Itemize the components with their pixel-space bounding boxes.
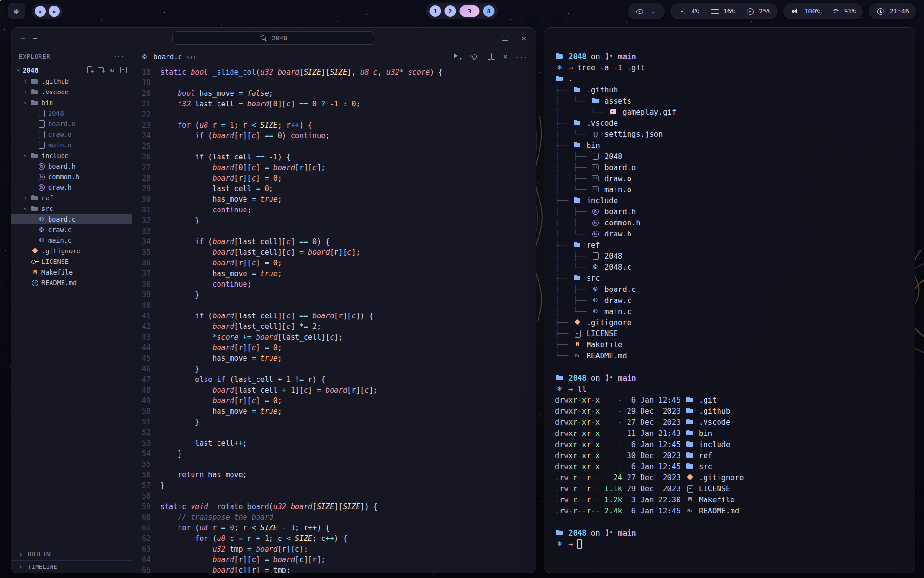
code-line: has_move = true; xyxy=(160,353,536,364)
command-center-search[interactable]: 2048 xyxy=(172,31,374,45)
tree-item-Makefile[interactable]: ›MMakefile xyxy=(11,267,132,277)
terminal-line: ❄ → tree -a -I .git xyxy=(555,62,903,73)
terminal-line: drwxr-xr-x - 27 Dec 2023 .vscode xyxy=(555,417,903,428)
skip-next-icon: » xyxy=(52,8,56,14)
code-line xyxy=(160,300,536,311)
audio-network-widget[interactable]: 100% 91% xyxy=(783,3,863,19)
code-line xyxy=(160,427,536,438)
more-actions-button[interactable]: ··· xyxy=(515,53,528,61)
editor-settings-button[interactable] xyxy=(469,52,478,62)
code-line: if (board[last_cell][c] == board[r][c]) … xyxy=(160,311,536,321)
clock-widget[interactable]: 21:46 xyxy=(869,3,916,19)
h-icon: h xyxy=(591,229,600,238)
workspace-2[interactable]: 2 xyxy=(445,5,456,17)
workspace-3-active[interactable]: 3 xyxy=(460,5,480,17)
code-line: } xyxy=(160,448,536,459)
close-icon: × xyxy=(521,34,526,43)
system-stats-widget[interactable]: 4% 16% 25% xyxy=(670,3,778,19)
line-number: 60 xyxy=(132,512,151,523)
line-number: 47 xyxy=(132,374,151,385)
file-permissions: drwxr-xr-x xyxy=(555,396,600,405)
media-next-button[interactable]: » xyxy=(49,6,60,17)
folder-dim-icon xyxy=(30,88,39,96)
collapse-all-button[interactable] xyxy=(119,66,127,75)
tree-item-ref[interactable]: ›ref xyxy=(11,193,132,203)
tree-item-label: draw.h xyxy=(47,184,72,191)
forward-button[interactable]: → xyxy=(33,34,37,42)
chevron-down-icon: › xyxy=(15,66,22,74)
code-line: return has_move; xyxy=(160,470,536,480)
project-root-row[interactable]: › 2048 ↻ xyxy=(11,64,132,76)
terminal-line: │ ├── 2048 xyxy=(555,250,903,262)
tree-item-.gitignore[interactable]: ›.gitignore xyxy=(11,246,132,256)
refresh-button[interactable]: ↻ xyxy=(108,66,116,75)
tree-item-main.c[interactable]: ›©main.c xyxy=(11,235,132,246)
code-line: continue; xyxy=(160,205,536,215)
tree-item-draw.c[interactable]: ›©draw.c xyxy=(11,224,132,235)
maximize-button[interactable] xyxy=(500,33,509,43)
code-editor[interactable]: 1819202122232425262728293031323334353637… xyxy=(132,66,536,573)
new-folder-button[interactable] xyxy=(97,66,105,75)
workspace-1[interactable]: 1 xyxy=(430,5,441,17)
close-tab-button[interactable]: × xyxy=(503,53,507,61)
workspace-8[interactable]: 8 xyxy=(483,5,495,17)
new-file-button[interactable] xyxy=(86,66,94,75)
chevron-down-icon: › xyxy=(22,205,29,212)
split-editor-button[interactable] xyxy=(486,52,495,62)
tree-item-main.o[interactable]: ›main.o xyxy=(11,140,132,150)
tree-item-draw.o[interactable]: ›draw.o xyxy=(11,129,132,140)
media-prev-button[interactable]: « xyxy=(35,6,46,17)
disk-usage: 25% xyxy=(759,7,770,15)
file-permissions: .rw-r--r-- xyxy=(555,496,600,504)
tree-item-common.h[interactable]: ›hcommon.h xyxy=(11,171,132,182)
tree-item-README.md[interactable]: ›iREADME.md xyxy=(11,277,132,288)
terminal-line: drwxr-xr-x - 6 Jan 12:45 src xyxy=(555,461,903,472)
h-icon: h xyxy=(37,162,46,171)
timeline-panel-header[interactable]: › TIMELINE xyxy=(11,560,132,573)
outline-panel-header[interactable]: › OUTLINE xyxy=(11,548,132,560)
terminal-window[interactable]: 2048 on main❄ → tree -a -I .git .├── .gi… xyxy=(544,27,915,573)
code-line: last_cell = 0; xyxy=(160,184,536,194)
file-icon xyxy=(591,251,600,260)
tree-item-2048[interactable]: ›2048 xyxy=(11,108,132,118)
folder-icon xyxy=(685,418,694,426)
line-number: 40 xyxy=(132,300,151,311)
line-number: 22 xyxy=(132,109,151,120)
tab-filename[interactable]: board.c xyxy=(154,53,182,61)
tree-item-board.o[interactable]: ›board.o xyxy=(11,118,132,129)
editor-titlebar[interactable]: ← → 2048 – × xyxy=(11,28,536,48)
tree-item-.github[interactable]: ›.github xyxy=(11,76,132,87)
code-line: static void _rotate_board(u32 board[SIZE… xyxy=(160,501,536,512)
explorer-menu-button[interactable]: ··· xyxy=(114,53,124,60)
search-value: 2048 xyxy=(272,34,288,42)
terminal-line: │ └── © 2048.c xyxy=(555,262,903,273)
weather-widget[interactable]: ☁ xyxy=(628,3,665,19)
code-line: board[r][c] = 0; xyxy=(160,258,536,268)
tree-item-.vscode[interactable]: ›.vscode xyxy=(11,87,132,97)
chevron-down-icon: › xyxy=(22,152,29,159)
minimize-button[interactable]: – xyxy=(484,34,488,43)
launcher-button[interactable]: ✻ xyxy=(8,3,25,19)
tree-item-LICENSE[interactable]: ›LICENSE xyxy=(11,256,132,267)
tree-item-src[interactable]: ›src xyxy=(11,203,132,214)
tree-item-bin[interactable]: ›bin xyxy=(11,97,132,108)
tree-item-draw.h[interactable]: ›hdraw.h xyxy=(11,182,132,193)
close-button[interactable]: × xyxy=(521,34,526,43)
line-number-gutter: 1819202122232425262728293031323334353637… xyxy=(132,67,160,573)
top-bar-left: ✻ « » xyxy=(8,3,63,19)
back-button[interactable]: ← xyxy=(21,34,25,42)
terminal-line xyxy=(555,516,903,527)
code-line: board[r][c] = 0; xyxy=(160,395,536,406)
split-editor-icon xyxy=(486,52,495,60)
tree-item-label: .vscode xyxy=(40,88,69,96)
tree-item-include[interactable]: ›include xyxy=(11,150,132,161)
tree-item-board.c[interactable]: ›©board.c xyxy=(11,214,132,224)
tree-item-board.h[interactable]: ›hboard.h xyxy=(11,161,132,171)
line-number: 50 xyxy=(132,406,151,417)
snow-icon: ❄ xyxy=(555,539,564,548)
line-number: 36 xyxy=(132,258,151,268)
run-file-button[interactable] xyxy=(452,52,462,62)
line-number: 45 xyxy=(132,353,151,364)
snow-icon: ❄ xyxy=(555,384,564,393)
code-line: i32 last_cell = board[0][c] == 0 ? -1 : … xyxy=(160,99,536,109)
